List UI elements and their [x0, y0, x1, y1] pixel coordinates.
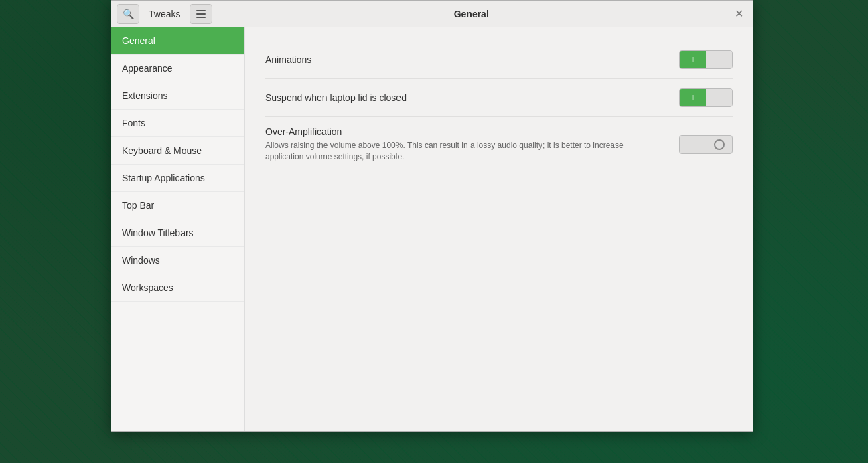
- sidebar-item-window-titlebars[interactable]: Window Titlebars: [111, 219, 244, 247]
- suspend-lid-label-group: Suspend when laptop lid is closed: [265, 92, 679, 103]
- settings-section: Animations I Suspend when laptop lid is …: [245, 27, 753, 185]
- sidebar-item-workspaces[interactable]: Workspaces: [111, 274, 244, 302]
- titlebar-left-controls: 🔍 Tweaks: [117, 4, 212, 24]
- sidebar-item-top-bar[interactable]: Top Bar: [111, 192, 244, 219]
- search-button[interactable]: 🔍: [117, 4, 139, 24]
- close-icon: ✕: [735, 7, 743, 20]
- sidebar-item-appearance[interactable]: Appearance: [111, 55, 244, 82]
- over-amplification-toggle[interactable]: [679, 135, 733, 154]
- content-area: Animations I Suspend when laptop lid is …: [245, 27, 753, 431]
- window-title: General: [212, 9, 730, 19]
- suspend-lid-toggle[interactable]: I: [679, 88, 733, 107]
- animations-toggle-on[interactable]: I: [680, 51, 706, 68]
- animations-row: Animations I: [265, 41, 733, 79]
- window-body: General Appearance Extensions Fonts Keyb…: [111, 27, 753, 431]
- sidebar-item-startup-applications[interactable]: Startup Applications: [111, 165, 244, 192]
- close-button[interactable]: ✕: [730, 5, 747, 23]
- over-amplification-toggle-off-left[interactable]: [680, 136, 706, 153]
- suspend-lid-label: Suspend when laptop lid is closed: [265, 92, 679, 103]
- animations-label: Animations: [265, 54, 679, 65]
- sidebar-item-windows[interactable]: Windows: [111, 247, 244, 274]
- search-icon: 🔍: [123, 9, 134, 19]
- animations-toggle[interactable]: I: [679, 50, 733, 69]
- animations-toggle-off[interactable]: [706, 51, 732, 68]
- hamburger-icon: [196, 10, 206, 18]
- tweaks-window: 🔍 Tweaks General ✕ General Appearance Ex…: [111, 0, 753, 432]
- sidebar: General Appearance Extensions Fonts Keyb…: [111, 27, 245, 431]
- over-amplification-sublabel: Allows raising the volume above 100%. Th…: [265, 140, 654, 163]
- sidebar-item-extensions[interactable]: Extensions: [111, 82, 244, 110]
- suspend-lid-toggle-off[interactable]: [706, 89, 732, 106]
- titlebar: 🔍 Tweaks General ✕: [111, 1, 753, 27]
- over-amplification-label: Over-Amplification: [265, 126, 679, 137]
- app-name-label: Tweaks: [142, 6, 187, 22]
- sidebar-item-fonts[interactable]: Fonts: [111, 110, 244, 137]
- suspend-lid-toggle-on[interactable]: I: [680, 89, 706, 106]
- sidebar-item-keyboard-mouse[interactable]: Keyboard & Mouse: [111, 137, 244, 165]
- over-amplification-toggle-on-right[interactable]: [706, 136, 732, 153]
- circle-icon: [714, 139, 725, 150]
- sidebar-item-general[interactable]: General: [111, 27, 244, 55]
- animations-label-group: Animations: [265, 54, 679, 65]
- over-amplification-label-group: Over-Amplification Allows raising the vo…: [265, 126, 679, 163]
- menu-button[interactable]: [190, 4, 212, 24]
- suspend-lid-row: Suspend when laptop lid is closed I: [265, 79, 733, 117]
- over-amplification-row: Over-Amplification Allows raising the vo…: [265, 117, 733, 172]
